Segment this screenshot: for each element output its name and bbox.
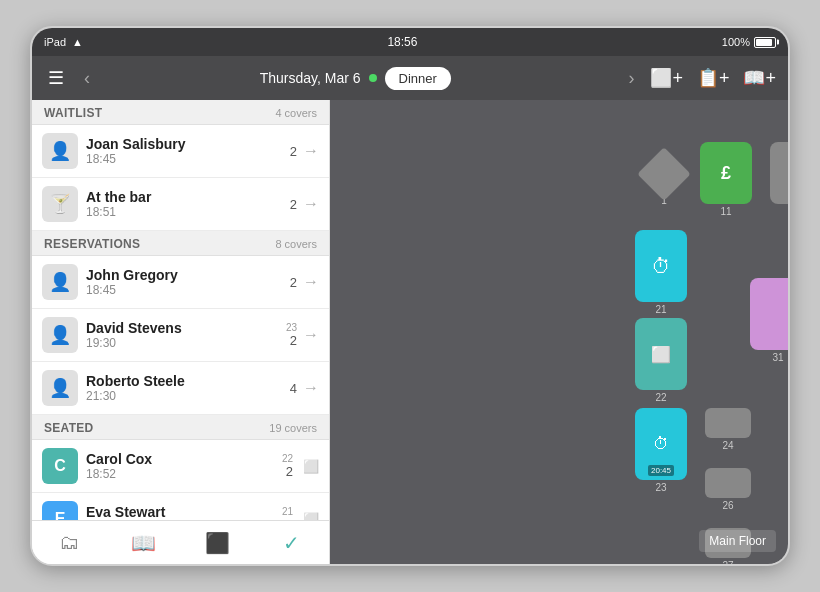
bar-name: At the bar [86, 189, 290, 206]
carol-info: Carol Cox 18:52 [86, 451, 282, 482]
table-24[interactable]: 24 [705, 408, 751, 451]
roberto-name: Roberto Steele [86, 373, 290, 390]
next-arrow-icon[interactable]: › [628, 68, 634, 89]
eva-cover-right: 21 3 [282, 506, 293, 520]
bar-arrow-icon: → [303, 195, 319, 213]
status-bar: iPad ▲ 18:56 100% [32, 28, 788, 56]
seated-item-1[interactable]: E Eva Stewart 18:31 21 3 ⬜ [32, 493, 329, 520]
carol-table-icon: ⬜ [303, 459, 319, 474]
bar-info: At the bar 18:51 [86, 189, 290, 220]
table-22[interactable]: ⬜ 22 [635, 318, 687, 403]
avatar-roberto: 👤 [42, 370, 78, 406]
bar-covers: 2 [290, 197, 297, 212]
john-time: 18:45 [86, 283, 290, 297]
john-info: John Gregory 18:45 [86, 267, 290, 298]
ipad-label: iPad [44, 36, 66, 48]
waitlist-covers: 4 covers [275, 107, 317, 119]
add-table-icon[interactable]: ⬜+ [650, 67, 683, 89]
menu-icon[interactable]: ☰ [44, 63, 68, 93]
eva-table-icon: ⬜ [303, 512, 319, 521]
table-21[interactable]: ⏱ 21 [635, 230, 687, 315]
avatar-bar: 🍸 [42, 186, 78, 222]
floor-plan: 1 £ 11 12 ⏱ 19:30 13 [330, 100, 788, 564]
table-12[interactable]: 12 [770, 142, 788, 217]
reservations-covers: 8 covers [275, 238, 317, 250]
reservations-title: Reservations [44, 237, 140, 251]
reservation-item-1[interactable]: 👤 David Stevens 19:30 23 2 → [32, 309, 329, 362]
tab-list[interactable]: 🗂 [32, 521, 106, 564]
david-name: David Stevens [86, 320, 286, 337]
tab-book[interactable]: 📖 [106, 521, 180, 564]
carol-cover-right: 22 2 [282, 453, 293, 479]
david-right: 23 2 → [286, 322, 319, 348]
table-26[interactable]: 26 [705, 468, 751, 511]
seated-header: Seated 19 covers [32, 415, 329, 440]
service-label[interactable]: Dinner [385, 67, 451, 90]
book-icon[interactable]: 📖+ [743, 67, 776, 89]
eva-right: 21 3 ⬜ [282, 506, 319, 520]
waitlist-item-0[interactable]: 👤 Joan Salisbury 18:45 2 → [32, 125, 329, 178]
carol-right: 22 2 ⬜ [282, 453, 319, 479]
joan-right: 2 → [290, 142, 319, 160]
eva-info: Eva Stewart 18:31 [86, 504, 282, 520]
joan-name: Joan Salisbury [86, 136, 290, 153]
john-name: John Gregory [86, 267, 290, 284]
bar-right: 2 → [290, 195, 319, 213]
waitlist-header: Waitlist 4 covers [32, 100, 329, 125]
bottom-tabs: 🗂 📖 ⬛ ✓ [32, 520, 329, 564]
table-31[interactable]: 31 [750, 278, 788, 363]
date-container: Thursday, Mar 6 Dinner [98, 67, 612, 90]
table-23[interactable]: ⏱ 20:45 23 [635, 408, 687, 493]
bar-time: 18:51 [86, 205, 290, 219]
joan-info: Joan Salisbury 18:45 [86, 136, 290, 167]
tab-check[interactable]: ✓ [255, 521, 329, 564]
joan-arrow-icon: → [303, 142, 319, 160]
battery-percent: 100% [722, 36, 750, 48]
prev-arrow-icon[interactable]: ‹ [84, 68, 90, 89]
joan-covers: 2 [290, 144, 297, 159]
avatar-eva: E [42, 501, 78, 520]
toolbar-action-icons: ⬜+ 📋+ 📖+ [650, 67, 776, 89]
sections-list: Waitlist 4 covers 👤 Joan Salisbury 18:45… [32, 100, 329, 520]
main-content: Waitlist 4 covers 👤 Joan Salisbury 18:45… [32, 100, 788, 564]
status-right: 100% [722, 36, 776, 48]
joan-time: 18:45 [86, 152, 290, 166]
avatar-carol: C [42, 448, 78, 484]
avatar-joan: 👤 [42, 133, 78, 169]
roberto-arrow-icon: → [303, 379, 319, 397]
time-display: 18:56 [387, 35, 417, 49]
david-cover-right: 23 2 [286, 322, 297, 348]
avatar-david: 👤 [42, 317, 78, 353]
reservation-item-2[interactable]: 👤 Roberto Steele 21:30 4 → [32, 362, 329, 415]
carol-name: Carol Cox [86, 451, 282, 468]
battery-icon [754, 37, 776, 48]
john-arrow-icon: → [303, 273, 319, 291]
reservations-header: Reservations 8 covers [32, 231, 329, 256]
copy-icon[interactable]: 📋+ [697, 67, 730, 89]
roberto-right: 4 → [290, 379, 319, 397]
nav-next: › [628, 68, 634, 89]
table-1[interactable]: 1 [645, 155, 683, 206]
waitlist-item-1[interactable]: 🍸 At the bar 18:51 2 → [32, 178, 329, 231]
nav-controls: ‹ [84, 68, 90, 89]
john-right: 2 → [290, 273, 319, 291]
carol-time: 18:52 [86, 467, 282, 481]
seated-title: Seated [44, 421, 94, 435]
seated-item-0[interactable]: C Carol Cox 18:52 22 2 ⬜ [32, 440, 329, 493]
tab-floor[interactable]: ⬛ [181, 521, 255, 564]
eva-name: Eva Stewart [86, 504, 282, 520]
roberto-time: 21:30 [86, 389, 290, 403]
table-11[interactable]: £ 11 [700, 142, 752, 217]
toolbar: ☰ ‹ Thursday, Mar 6 Dinner › ⬜+ 📋+ 📖+ [32, 56, 788, 100]
david-covers: 2 [290, 333, 297, 348]
wifi-icon: ▲ [72, 36, 83, 48]
david-time: 19:30 [86, 336, 286, 350]
john-covers: 2 [290, 275, 297, 290]
roberto-covers: 4 [290, 381, 297, 396]
active-dot [369, 74, 377, 82]
avatar-john: 👤 [42, 264, 78, 300]
seated-covers: 19 covers [269, 422, 317, 434]
david-arrow-icon: → [303, 326, 319, 344]
reservation-item-0[interactable]: 👤 John Gregory 18:45 2 → [32, 256, 329, 309]
david-info: David Stevens 19:30 [86, 320, 286, 351]
